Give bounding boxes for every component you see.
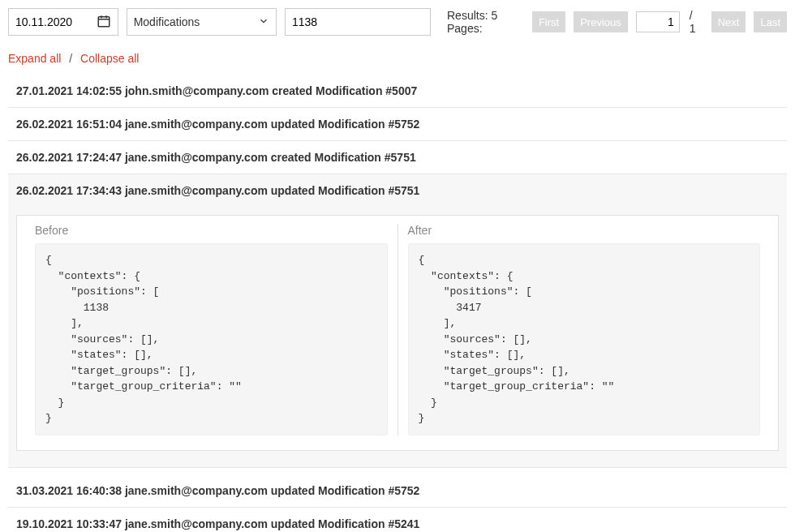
- history-entry-summary: 26.02.2021 17:34:43 jane.smith@company.c…: [16, 184, 419, 197]
- next-page-button[interactable]: Next: [711, 11, 746, 32]
- svg-rect-0: [98, 16, 110, 26]
- history-entry-summary: 31.03.2021 16:40:38 jane.smith@company.c…: [16, 484, 419, 497]
- date-filter[interactable]: [8, 8, 118, 36]
- last-page-button[interactable]: Last: [754, 11, 787, 32]
- history-entry[interactable]: 26.02.2021 17:34:43 jane.smith@company.c…: [8, 174, 787, 207]
- diff-before-column: Before { "contexts": { "positions": [ 11…: [25, 224, 398, 435]
- page-input[interactable]: [636, 11, 680, 32]
- type-select-value: Modifications: [134, 15, 258, 28]
- history-entry-summary: 26.02.2021 16:51:04 jane.smith@company.c…: [16, 118, 419, 131]
- expand-controls: Expand all / Collapse all: [8, 52, 787, 65]
- history-entry-detail: Before { "contexts": { "positions": [ 11…: [8, 207, 787, 468]
- history-entry[interactable]: 31.03.2021 16:40:38 jane.smith@company.c…: [8, 468, 787, 508]
- date-input[interactable]: [15, 15, 97, 28]
- history-entry-summary: 19.10.2021 10:33:47 jane.smith@company.c…: [16, 517, 419, 530]
- history-list: 27.01.2021 14:02:55 john.smith@company.c…: [8, 75, 787, 532]
- page-total: / 1: [690, 9, 700, 35]
- diff-after-column: After { "contexts": { "positions": [ 341…: [398, 224, 771, 435]
- filter-bar: Modifications Results: 5 Pages: First Pr…: [8, 8, 787, 36]
- calendar-icon: [97, 14, 111, 31]
- search-input[interactable]: [285, 8, 431, 36]
- history-entry[interactable]: 27.01.2021 14:02:55 john.smith@company.c…: [8, 75, 787, 108]
- history-entry-summary: 27.01.2021 14:02:55 john.smith@company.c…: [16, 84, 417, 97]
- diff-after-code: { "contexts": { "positions": [ 3417 ], "…: [408, 243, 761, 435]
- diff-after-label: After: [408, 224, 761, 237]
- diff-before-label: Before: [35, 224, 388, 237]
- history-entry[interactable]: 26.02.2021 16:51:04 jane.smith@company.c…: [8, 108, 787, 141]
- diff-panel: Before { "contexts": { "positions": [ 11…: [16, 215, 779, 451]
- history-entry[interactable]: 19.10.2021 10:33:47 jane.smith@company.c…: [8, 508, 787, 533]
- previous-page-button[interactable]: Previous: [574, 11, 628, 32]
- results-label: Results: 5 Pages:: [447, 9, 521, 35]
- first-page-button[interactable]: First: [532, 11, 565, 32]
- type-select[interactable]: Modifications: [127, 8, 277, 36]
- history-entry[interactable]: 26.02.2021 17:24:47 jane.smith@company.c…: [8, 141, 787, 174]
- expand-all-link[interactable]: Expand all: [8, 52, 61, 65]
- collapse-all-link[interactable]: Collapse all: [80, 52, 139, 65]
- diff-before-code: { "contexts": { "positions": [ 1138 ], "…: [35, 243, 388, 435]
- history-entry-summary: 26.02.2021 17:24:47 jane.smith@company.c…: [16, 151, 416, 164]
- chevron-down-icon: [258, 15, 269, 29]
- separator: /: [69, 52, 72, 65]
